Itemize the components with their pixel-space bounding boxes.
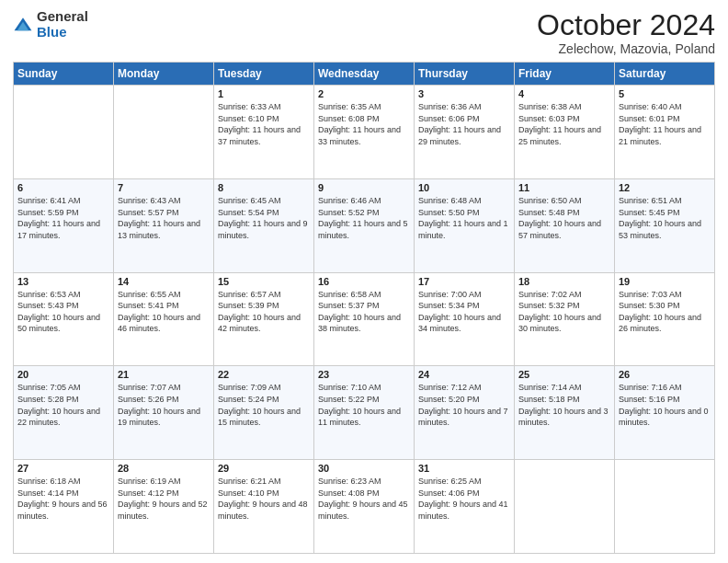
day-info: Sunrise: 6:40 AMSunset: 6:01 PMDaylight:…	[619, 101, 711, 147]
day-number: 4	[518, 88, 610, 99]
calendar-cell: 19Sunrise: 7:03 AMSunset: 5:30 PMDayligh…	[615, 272, 715, 366]
day-number: 11	[518, 182, 610, 193]
day-number: 17	[418, 276, 510, 287]
calendar-day-header: Monday	[114, 63, 214, 86]
day-info: Sunrise: 6:46 AMSunset: 5:52 PMDaylight:…	[318, 195, 410, 241]
day-number: 8	[218, 182, 310, 193]
day-info: Sunrise: 6:25 AMSunset: 4:06 PMDaylight:…	[418, 476, 510, 522]
calendar-cell: 4Sunrise: 6:38 AMSunset: 6:03 PMDaylight…	[515, 86, 615, 179]
calendar-day-header: Sunday	[14, 63, 114, 86]
calendar-cell	[14, 86, 114, 179]
calendar-day-header: Wednesday	[314, 63, 415, 86]
calendar-cell: 14Sunrise: 6:55 AMSunset: 5:41 PMDayligh…	[114, 272, 214, 366]
day-info: Sunrise: 6:48 AMSunset: 5:50 PMDaylight:…	[418, 195, 510, 241]
calendar-cell: 18Sunrise: 7:02 AMSunset: 5:32 PMDayligh…	[515, 272, 615, 366]
day-number: 6	[17, 182, 109, 193]
day-info: Sunrise: 6:38 AMSunset: 6:03 PMDaylight:…	[518, 101, 610, 147]
calendar-cell: 30Sunrise: 6:23 AMSunset: 4:08 PMDayligh…	[314, 460, 415, 554]
calendar-cell: 12Sunrise: 6:51 AMSunset: 5:45 PMDayligh…	[615, 178, 715, 272]
calendar-cell: 7Sunrise: 6:43 AMSunset: 5:57 PMDaylight…	[114, 178, 214, 272]
calendar-cell: 24Sunrise: 7:12 AMSunset: 5:20 PMDayligh…	[415, 366, 515, 460]
day-info: Sunrise: 6:36 AMSunset: 6:06 PMDaylight:…	[418, 101, 510, 147]
day-info: Sunrise: 7:02 AMSunset: 5:32 PMDaylight:…	[518, 289, 610, 335]
calendar-week-row: 6Sunrise: 6:41 AMSunset: 5:59 PMDaylight…	[14, 178, 715, 272]
calendar-day-header: Thursday	[415, 63, 515, 86]
day-number: 23	[318, 369, 410, 380]
calendar-cell: 20Sunrise: 7:05 AMSunset: 5:28 PMDayligh…	[14, 366, 114, 460]
day-number: 13	[17, 276, 109, 287]
calendar-day-header: Tuesday	[214, 63, 314, 86]
calendar-week-row: 20Sunrise: 7:05 AMSunset: 5:28 PMDayligh…	[14, 366, 715, 460]
day-number: 31	[418, 463, 510, 474]
calendar-cell	[615, 460, 715, 554]
day-info: Sunrise: 6:57 AMSunset: 5:39 PMDaylight:…	[218, 289, 310, 335]
day-number: 25	[518, 369, 610, 380]
day-number: 14	[118, 276, 210, 287]
calendar-cell: 29Sunrise: 6:21 AMSunset: 4:10 PMDayligh…	[214, 460, 314, 554]
calendar-week-row: 13Sunrise: 6:53 AMSunset: 5:43 PMDayligh…	[14, 272, 715, 366]
day-number: 12	[619, 182, 711, 193]
day-number: 29	[218, 463, 310, 474]
day-info: Sunrise: 7:03 AMSunset: 5:30 PMDaylight:…	[619, 289, 711, 335]
calendar-cell: 21Sunrise: 7:07 AMSunset: 5:26 PMDayligh…	[114, 366, 214, 460]
calendar-cell: 16Sunrise: 6:58 AMSunset: 5:37 PMDayligh…	[314, 272, 415, 366]
day-number: 18	[518, 276, 610, 287]
day-info: Sunrise: 6:58 AMSunset: 5:37 PMDaylight:…	[318, 289, 410, 335]
day-number: 9	[318, 182, 410, 193]
day-info: Sunrise: 6:33 AMSunset: 6:10 PMDaylight:…	[218, 101, 310, 147]
day-info: Sunrise: 6:35 AMSunset: 6:08 PMDaylight:…	[318, 101, 410, 147]
calendar-cell: 27Sunrise: 6:18 AMSunset: 4:14 PMDayligh…	[14, 460, 114, 554]
logo-blue-text: Blue	[37, 24, 67, 40]
calendar-cell	[515, 460, 615, 554]
day-number: 7	[118, 182, 210, 193]
calendar-header-row: SundayMondayTuesdayWednesdayThursdayFrid…	[14, 63, 715, 86]
day-info: Sunrise: 7:16 AMSunset: 5:16 PMDaylight:…	[619, 382, 711, 428]
day-info: Sunrise: 6:23 AMSunset: 4:08 PMDaylight:…	[318, 476, 410, 522]
day-number: 22	[218, 369, 310, 380]
day-info: Sunrise: 6:51 AMSunset: 5:45 PMDaylight:…	[619, 195, 711, 241]
day-info: Sunrise: 6:21 AMSunset: 4:10 PMDaylight:…	[218, 476, 310, 522]
day-info: Sunrise: 7:10 AMSunset: 5:22 PMDaylight:…	[318, 382, 410, 428]
day-number: 16	[318, 276, 410, 287]
calendar-cell: 13Sunrise: 6:53 AMSunset: 5:43 PMDayligh…	[14, 272, 114, 366]
day-number: 19	[619, 276, 711, 287]
calendar-cell	[114, 86, 214, 179]
day-number: 10	[418, 182, 510, 193]
calendar-cell: 3Sunrise: 6:36 AMSunset: 6:06 PMDaylight…	[415, 86, 515, 179]
day-number: 5	[619, 88, 711, 99]
calendar-cell: 9Sunrise: 6:46 AMSunset: 5:52 PMDaylight…	[314, 178, 415, 272]
day-info: Sunrise: 7:05 AMSunset: 5:28 PMDaylight:…	[17, 382, 109, 428]
calendar-cell: 10Sunrise: 6:48 AMSunset: 5:50 PMDayligh…	[415, 178, 515, 272]
calendar-cell: 8Sunrise: 6:45 AMSunset: 5:54 PMDaylight…	[214, 178, 314, 272]
day-info: Sunrise: 6:43 AMSunset: 5:57 PMDaylight:…	[118, 195, 210, 241]
day-number: 20	[17, 369, 109, 380]
calendar-cell: 28Sunrise: 6:19 AMSunset: 4:12 PMDayligh…	[114, 460, 214, 554]
calendar-day-header: Saturday	[615, 63, 715, 86]
calendar-week-row: 1Sunrise: 6:33 AMSunset: 6:10 PMDaylight…	[14, 86, 715, 179]
day-info: Sunrise: 7:12 AMSunset: 5:20 PMDaylight:…	[418, 382, 510, 428]
calendar-cell: 2Sunrise: 6:35 AMSunset: 6:08 PMDaylight…	[314, 86, 415, 179]
calendar-cell: 5Sunrise: 6:40 AMSunset: 6:01 PMDaylight…	[615, 86, 715, 179]
logo: General Blue	[13, 9, 88, 40]
calendar-cell: 22Sunrise: 7:09 AMSunset: 5:24 PMDayligh…	[214, 366, 314, 460]
day-info: Sunrise: 6:18 AMSunset: 4:14 PMDaylight:…	[17, 476, 109, 522]
calendar-cell: 11Sunrise: 6:50 AMSunset: 5:48 PMDayligh…	[515, 178, 615, 272]
day-number: 28	[118, 463, 210, 474]
day-info: Sunrise: 6:53 AMSunset: 5:43 PMDaylight:…	[17, 289, 109, 335]
calendar-cell: 15Sunrise: 6:57 AMSunset: 5:39 PMDayligh…	[214, 272, 314, 366]
day-info: Sunrise: 7:14 AMSunset: 5:18 PMDaylight:…	[518, 382, 610, 428]
calendar-week-row: 27Sunrise: 6:18 AMSunset: 4:14 PMDayligh…	[14, 460, 715, 554]
day-info: Sunrise: 6:41 AMSunset: 5:59 PMDaylight:…	[17, 195, 109, 241]
header: General Blue October 2024 Zelechow, Mazo…	[13, 9, 715, 56]
day-info: Sunrise: 6:55 AMSunset: 5:41 PMDaylight:…	[118, 289, 210, 335]
logo-icon	[13, 15, 33, 35]
calendar-cell: 25Sunrise: 7:14 AMSunset: 5:18 PMDayligh…	[515, 366, 615, 460]
title-block: October 2024 Zelechow, Mazovia, Poland	[537, 9, 715, 56]
calendar-cell: 23Sunrise: 7:10 AMSunset: 5:22 PMDayligh…	[314, 366, 415, 460]
day-info: Sunrise: 6:50 AMSunset: 5:48 PMDaylight:…	[518, 195, 610, 241]
month-title: October 2024	[537, 9, 715, 41]
day-number: 30	[318, 463, 410, 474]
calendar-cell: 6Sunrise: 6:41 AMSunset: 5:59 PMDaylight…	[14, 178, 114, 272]
subtitle: Zelechow, Mazovia, Poland	[537, 41, 715, 56]
calendar-day-header: Friday	[515, 63, 615, 86]
